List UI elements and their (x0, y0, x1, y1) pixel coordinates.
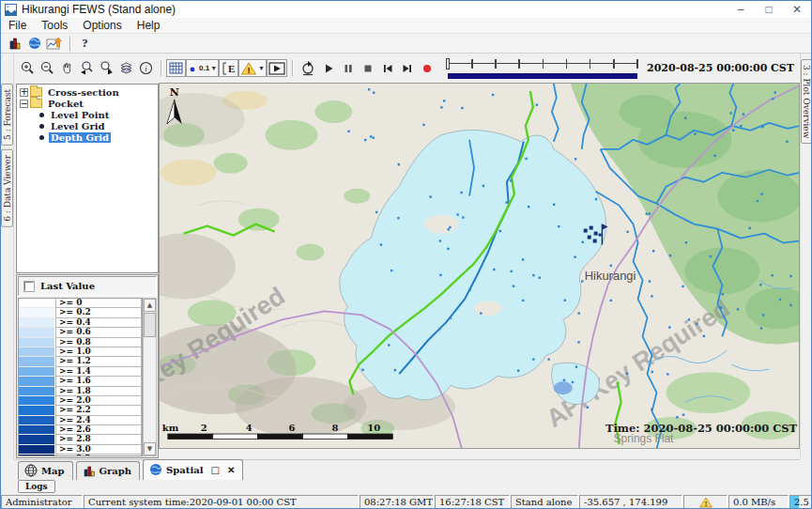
logs-button[interactable]: Logs (18, 480, 55, 493)
memory-label: 2.5 GB (794, 497, 812, 507)
logs-row: Logs (14, 480, 800, 494)
play-button[interactable] (318, 59, 338, 77)
color-swatch (19, 299, 54, 308)
bar-chart-icon (83, 465, 96, 477)
pause-button[interactable] (338, 59, 358, 77)
database-bars-icon (8, 36, 23, 51)
pan-button[interactable] (57, 59, 77, 77)
expand-plus-icon[interactable]: + (20, 88, 28, 97)
value-label: 0.1 (199, 64, 209, 72)
stop-button[interactable] (358, 59, 377, 77)
tree-item-pocket[interactable]: − Pocket (17, 98, 158, 109)
map-display-button[interactable] (24, 35, 44, 53)
record-button[interactable] (417, 59, 437, 77)
svg-text:2: 2 (201, 423, 207, 433)
skip-start-icon (381, 62, 394, 75)
tree-item-label: Pocket (46, 99, 85, 109)
menu-help[interactable]: Help (130, 18, 168, 33)
menu-file[interactable]: File (1, 18, 34, 33)
last-value-checkbox[interactable] (24, 282, 34, 291)
status-warning-cell[interactable]: ! (683, 495, 728, 509)
menu-tools[interactable]: Tools (34, 18, 75, 33)
tree-item-depth-grid[interactable]: Depth Grid (17, 131, 158, 143)
help-button[interactable]: ? (75, 35, 95, 53)
tab-graph-label: Graph (100, 466, 132, 476)
zoom-next-button[interactable] (97, 59, 116, 77)
zoom-out-button[interactable] (38, 59, 57, 77)
zoom-in-icon (20, 60, 36, 76)
time-slider[interactable] (446, 56, 639, 81)
scroll-thumb[interactable] (144, 313, 156, 337)
tab-spatial[interactable]: Spatial □ ✕ (143, 459, 243, 480)
timeseries-button[interactable] (44, 35, 65, 53)
warnings-button[interactable]: ! ▼ (238, 59, 267, 77)
tab-graph[interactable]: Graph (76, 461, 141, 480)
explorer-button[interactable] (5, 35, 24, 53)
slider-tick (543, 59, 544, 69)
zoom-next-icon (99, 60, 115, 76)
movie-settings-button[interactable] (298, 59, 318, 77)
minimize-button[interactable]: – (727, 2, 755, 18)
step-forward-button[interactable] (397, 59, 417, 77)
slider-tick (518, 59, 520, 69)
last-value-row: Last Value (18, 276, 157, 296)
legend-panel: Last Value >= 0 >= 0.2 >= 0.4 >= 0.6 >= … (16, 274, 159, 458)
close-button[interactable]: ✕ (783, 2, 811, 18)
tree-item-label-selected: Depth Grid (49, 132, 111, 143)
toolbar-separator (69, 36, 70, 52)
zoom-previous-button[interactable] (77, 59, 97, 77)
maximize-button[interactable]: □ (755, 2, 783, 18)
scroll-up-icon[interactable]: ▲ (144, 299, 156, 312)
tree-item-level-point[interactable]: Level Point (17, 109, 158, 120)
tab-data-viewer[interactable]: 6 : Data Viewer (1, 149, 13, 227)
map-canvas: API Key Required API Key Required (160, 84, 800, 449)
map-view[interactable]: API Key Required API Key Required (159, 83, 800, 449)
svg-text:!: ! (704, 499, 707, 507)
animation-button[interactable] (267, 59, 287, 77)
app-icon (5, 4, 17, 16)
grid-toggle-button[interactable] (166, 59, 186, 77)
color-swatch (19, 367, 54, 377)
bottom-tab-bar: Map Graph Spatial □ ✕ (14, 459, 800, 480)
warning-triangle-icon: ! (240, 61, 257, 76)
zoom-previous-icon (79, 60, 95, 76)
tree-item-cross-section[interactable]: + Cross-section (17, 86, 158, 98)
tree-item-label: Level Point (49, 110, 111, 120)
tab-maximize-icon[interactable]: □ (211, 465, 220, 475)
node-bullet-icon (39, 135, 44, 140)
legend-color-table: >= 0 >= 0.2 >= 0.4 >= 0.6 >= 0.8 >= 1.0 … (18, 298, 143, 456)
layers-button[interactable] (116, 59, 136, 77)
svg-text:8: 8 (331, 423, 338, 433)
tab-plot-overview[interactable]: 3 : Plot Overview (801, 59, 812, 144)
tab-map-label: Map (41, 466, 65, 476)
tree-item-level-grid[interactable]: Level Grid (17, 120, 158, 131)
color-swatch (19, 338, 54, 347)
toolbar-separator (292, 60, 293, 76)
menu-options[interactable]: Options (75, 18, 129, 33)
slider-handle[interactable] (446, 58, 450, 69)
stop-icon (361, 62, 375, 75)
current-time-label: 2020-08-25 00:00:00 CST (647, 62, 796, 74)
right-tab-strip: 3 : Plot Overview (800, 54, 812, 459)
expand-minus-icon[interactable]: − (20, 100, 28, 108)
tab-map[interactable]: Map (18, 461, 73, 480)
play-icon (322, 62, 335, 75)
map-time-label: Time: 2020-08-25 00:00:00 CST (605, 422, 798, 435)
label-toggle-button[interactable]: E (219, 59, 238, 77)
tab-close-icon[interactable]: ✕ (227, 465, 235, 475)
record-icon (421, 62, 434, 75)
legend-scrollbar[interactable]: ▲ ▼ (143, 298, 157, 456)
globe-icon (149, 463, 162, 476)
layers-tree-panel: + Cross-section − Pocket Level Point Lev… (16, 84, 159, 273)
tab-spatial-label: Spatial (166, 465, 203, 475)
value-display-button[interactable]: 0.1 ▼ (186, 59, 219, 77)
tab-forecast[interactable]: 5 : Forecast (1, 84, 13, 146)
legend-row: >= 3.2 (19, 455, 142, 456)
info-button[interactable]: i (136, 59, 156, 77)
step-back-button[interactable] (377, 59, 397, 77)
status-download-speed: 0.0 MB/s (728, 495, 789, 509)
grid-icon (168, 61, 184, 75)
scroll-down-icon[interactable]: ▼ (144, 442, 156, 455)
zoom-in-button[interactable] (18, 59, 38, 77)
status-gmt-time: 08:27:18 GMT (360, 495, 434, 509)
